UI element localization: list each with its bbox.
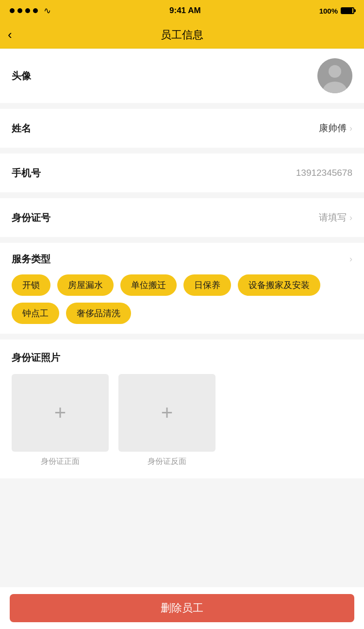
name-row[interactable]: 姓名 康帅傅 › <box>0 109 364 148</box>
avatar-label: 头像 <box>12 69 31 83</box>
tag-5[interactable]: 钟点工 <box>12 303 59 324</box>
battery-fill <box>342 8 352 13</box>
status-time: 9:41 AM <box>169 6 201 16</box>
signal-dot-1 <box>10 8 15 13</box>
page-title: 员工信息 <box>161 28 203 42</box>
service-type-title: 服务类型 <box>12 253 50 266</box>
nav-bar: ‹ 员工信息 <box>0 21 364 49</box>
service-header[interactable]: 服务类型 › <box>12 253 352 266</box>
name-label: 姓名 <box>12 122 31 135</box>
id-photo-front-item: + 身份证正面 <box>12 374 109 467</box>
name-section: 姓名 康帅傅 › <box>0 109 364 148</box>
tag-3[interactable]: 日保养 <box>183 274 231 296</box>
signal-dot-3 <box>25 8 30 13</box>
id-number-value: 请填写 › <box>319 211 352 224</box>
phone-label: 手机号 <box>12 167 41 180</box>
status-left: ∿ <box>10 5 51 16</box>
id-photo-title: 身份证照片 <box>12 351 352 364</box>
service-type-section: 服务类型 › 开锁 房屋漏水 单位搬迁 日保养 设备搬家及安装 钟点工 奢侈品清… <box>0 243 364 334</box>
phone-value: 13912345678 <box>296 168 352 178</box>
avatar[interactable] <box>317 58 352 93</box>
svg-point-1 <box>329 65 341 78</box>
bottom-area: 删除员工 <box>0 587 364 629</box>
status-right: 100% <box>319 7 354 15</box>
wifi-icon: ∿ <box>44 5 51 16</box>
content-wrapper: 头像 姓名 康帅傅 › 手机号 13912345678 <box>0 49 364 528</box>
avatar-section: 头像 <box>0 49 364 103</box>
signal-dot-2 <box>17 8 22 13</box>
tag-6[interactable]: 奢侈品清洗 <box>66 303 131 324</box>
back-button[interactable]: ‹ <box>8 27 12 42</box>
battery-icon <box>341 7 354 14</box>
plus-icon-back: + <box>161 403 173 423</box>
tag-1[interactable]: 房屋漏水 <box>57 274 114 296</box>
avatar-row[interactable]: 头像 <box>0 49 364 103</box>
tag-4[interactable]: 设备搬家及安装 <box>238 274 320 296</box>
id-photo-front-upload[interactable]: + <box>12 374 109 452</box>
id-number-label: 身份证号 <box>12 211 50 224</box>
id-photo-section: 身份证照片 + 身份证正面 + 身份证反面 <box>0 340 364 478</box>
submit-button[interactable]: 删除员工 <box>10 594 354 622</box>
id-number-row[interactable]: 身份证号 请填写 › <box>0 198 364 237</box>
service-type-chevron: › <box>349 254 352 264</box>
tag-2[interactable]: 单位搬迁 <box>120 274 177 296</box>
signal-dot-4 <box>33 8 38 13</box>
id-photo-front-label: 身份证正面 <box>41 457 80 467</box>
phone-row: 手机号 13912345678 <box>0 153 364 192</box>
name-chevron: › <box>349 123 352 134</box>
id-number-chevron: › <box>349 213 352 223</box>
plus-icon-front: + <box>54 403 66 423</box>
phone-section: 手机号 13912345678 <box>0 153 364 192</box>
id-photo-back-label: 身份证反面 <box>148 457 186 467</box>
tag-0[interactable]: 开锁 <box>12 274 50 296</box>
avatar-icon <box>317 58 352 93</box>
id-number-section: 身份证号 请填写 › <box>0 198 364 237</box>
battery-text: 100% <box>319 7 338 15</box>
status-bar: ∿ 9:41 AM 100% <box>0 0 364 21</box>
id-photo-back-item: + 身份证反面 <box>118 374 215 467</box>
tags-container: 开锁 房屋漏水 单位搬迁 日保养 设备搬家及安装 钟点工 奢侈品清洗 <box>12 274 352 324</box>
name-value: 康帅傅 › <box>319 122 352 135</box>
id-photo-back-upload[interactable]: + <box>118 374 215 452</box>
photo-row: + 身份证正面 + 身份证反面 <box>12 374 352 467</box>
